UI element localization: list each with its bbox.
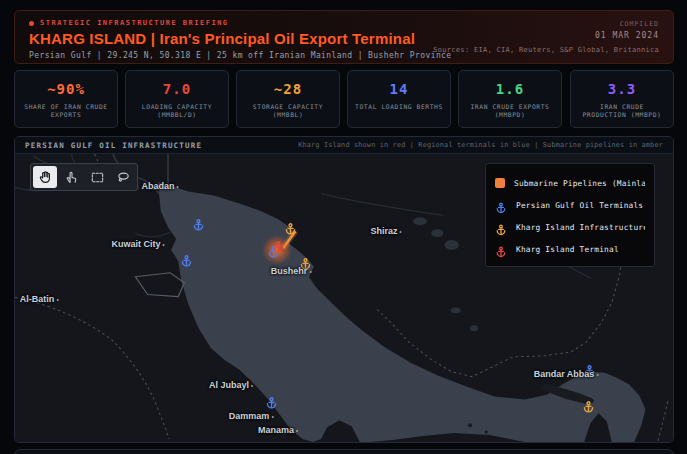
city-label-manama: Manama	[258, 425, 298, 435]
city-label-bushehr: Bushehr	[271, 266, 312, 276]
city-label-abadan: Abadan	[141, 181, 178, 191]
lasso-select-button[interactable]	[111, 166, 135, 188]
anchor-icon	[495, 243, 507, 255]
stat-label: TOTAL LOADING BERTHS	[348, 103, 450, 111]
anchor-icon	[495, 221, 507, 233]
stat-value: 14	[348, 81, 450, 97]
stat-label: LOADING CAPACITY (MMBBL/D)	[126, 103, 228, 119]
persian-gulf-map[interactable]: Abadan Kuwait City Shiraz Bushehr Al-Bat…	[15, 154, 673, 442]
map-panel: PERSIAN GULF OIL INFRASTRUCTURE Kharg Is…	[14, 136, 674, 443]
city-label-al-batin: Al-Batin	[20, 294, 59, 304]
legend-item-gulf-terminals[interactable]: Persian Gulf Oil Terminals	[495, 194, 645, 216]
city-label-kuwait-city: Kuwait City	[111, 239, 164, 249]
header-card: STRATEGIC INFRASTRUCTURE BRIEFING KHARG …	[14, 10, 674, 64]
stat-label: STORAGE CAPACITY (MMBBL)	[237, 103, 339, 119]
box-select-button[interactable]	[85, 166, 109, 188]
compiled-date: 01 MAR 2024	[433, 31, 659, 40]
kharg-terminal-marker[interactable]	[272, 239, 285, 253]
map-panel-header: PERSIAN GULF OIL INFRASTRUCTURE Kharg Is…	[15, 137, 673, 154]
legend-item-kharg-terminal[interactable]: Kharg Island Terminal	[495, 238, 645, 260]
map-title: PERSIAN GULF OIL INFRASTRUCTURE	[25, 141, 202, 150]
stat-card-crude-exports: 1.6 IRAN CRUDE EXPORTS (MMBPD)	[458, 70, 562, 128]
box-select-icon	[90, 170, 105, 185]
hand-icon	[38, 170, 53, 185]
sources-note: Sources: EIA, CIA, Reuters, S&P Global, …	[433, 46, 659, 54]
legend-item-submarine-pipelines[interactable]: Submarine Pipelines (Mainland to Kha…	[495, 172, 645, 194]
terminal-marker[interactable]	[180, 253, 193, 267]
stat-card-loading-berths: 14 TOTAL LOADING BERTHS	[347, 70, 451, 128]
stat-card-share-of-exports: ~90% SHARE OF IRAN CRUDE EXPORTS	[14, 70, 118, 128]
city-label-al-jubayl: Al Jubayl	[209, 380, 253, 390]
infrastructure-marker-mainland[interactable]	[284, 221, 297, 235]
next-panel-sliver	[14, 449, 674, 454]
city-label-shiraz: Shiraz	[370, 226, 401, 236]
pointer-tool-button[interactable]	[59, 166, 83, 188]
map-legend: Submarine Pipelines (Mainland to Kha… Pe…	[485, 163, 655, 267]
lasso-icon	[116, 170, 131, 185]
header-meta: COMPILED 01 MAR 2024 Sources: EIA, CIA, …	[433, 20, 659, 54]
briefing-page: STRATEGIC INFRASTRUCTURE BRIEFING KHARG …	[0, 0, 687, 454]
map-toolbar	[30, 163, 138, 191]
eyebrow-label: STRATEGIC INFRASTRUCTURE BRIEFING	[40, 19, 229, 27]
stat-value: ~28	[237, 81, 339, 97]
stat-value: 7.0	[126, 81, 228, 97]
stat-label: SHARE OF IRAN CRUDE EXPORTS	[15, 103, 117, 119]
city-label-dammam: Dammam	[229, 411, 274, 421]
pipeline-swatch-icon	[495, 178, 505, 188]
legend-item-kharg-infrastructure[interactable]: Kharg Island Infrastructure	[495, 216, 645, 238]
map-color-note: Kharg Island shown in red | Regional ter…	[298, 141, 663, 149]
stat-value: ~90%	[15, 81, 117, 97]
stat-label: IRAN CRUDE EXPORTS (MMBPD)	[459, 103, 561, 119]
pointer-icon	[64, 170, 79, 185]
infrastructure-marker-qeshm[interactable]	[582, 399, 595, 413]
stat-label: IRAN CRUDE PRODUCTION (MMBPD)	[571, 103, 673, 119]
terminal-marker-dammam[interactable]	[265, 395, 278, 409]
stat-card-crude-production: 3.3 IRAN CRUDE PRODUCTION (MMBPD)	[570, 70, 674, 128]
pan-tool-button[interactable]	[33, 166, 57, 188]
city-label-bandar-abbas: Bandar Abbas	[534, 369, 599, 379]
status-dot-icon	[29, 21, 34, 26]
stat-value: 3.3	[571, 81, 673, 97]
compiled-label: COMPILED	[433, 20, 659, 28]
terminal-marker[interactable]	[192, 217, 205, 231]
stat-value: 1.6	[459, 81, 561, 97]
stat-card-loading-capacity: 7.0 LOADING CAPACITY (MMBBL/D)	[125, 70, 229, 128]
anchor-icon	[495, 199, 507, 211]
stat-card-storage-capacity: ~28 STORAGE CAPACITY (MMBBL)	[236, 70, 340, 128]
